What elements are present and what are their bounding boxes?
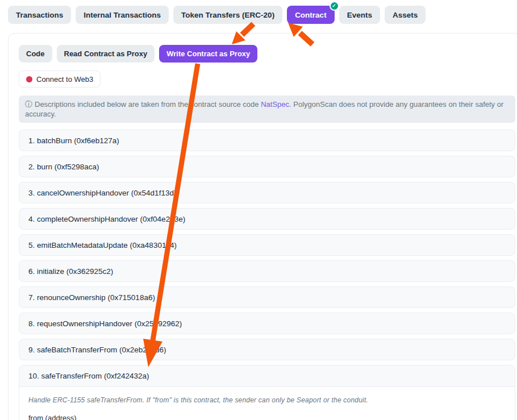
function-row-safeTransferFrom[interactable]: 10. safeTransferFrom (0xf242432a)	[19, 365, 515, 387]
tab-internal-transactions[interactable]: Internal Transactions	[76, 6, 169, 24]
function-row-renounceOwnership[interactable]: 7. renounceOwnership (0x715018a6)	[19, 286, 515, 308]
function-card-safeTransferFrom-expanded: 10. safeTransferFrom (0xf242432a) Handle…	[19, 365, 515, 420]
function-row-safeBatchTransferFrom[interactable]: 9. safeBatchTransferFrom (0x2eb2c2d6)	[19, 339, 515, 360]
safeTransferFrom-form: Handle ERC-1155 safeTransferFrom. If "fr…	[19, 387, 515, 420]
verified-check-icon: ✓	[330, 1, 339, 11]
info-icon: ⓘ	[25, 100, 32, 109]
connect-to-web3-label: Connect to Web3	[36, 75, 93, 84]
subtab-read-contract-as-proxy[interactable]: Read Contract as Proxy	[57, 45, 155, 63]
tab-token-transfers-erc20[interactable]: Token Transfers (ERC-20)	[173, 6, 282, 24]
function-description: Handle ERC-1155 safeTransferFrom. If "fr…	[28, 396, 506, 404]
tab-assets[interactable]: Assets	[385, 6, 426, 24]
function-row-emitBatchMetadataUpdate[interactable]: 5. emitBatchMetadataUpdate (0xa4830114)	[19, 234, 515, 256]
function-row-cancelOwnershipHandover[interactable]: 3. cancelOwnershipHandover (0x54d1f13d)	[19, 182, 515, 203]
function-row-batchBurn[interactable]: 1. batchBurn (0xf6eb127a)	[19, 130, 515, 151]
function-row-initialize[interactable]: 6. initialize (0x362925c2)	[19, 260, 515, 282]
function-row-completeOwnershipHandover[interactable]: 4. completeOwnershipHandover (0xf04e283e…	[19, 208, 515, 230]
tab-contract-label: Contract	[295, 11, 327, 19]
function-row-burn[interactable]: 2. burn (0xf5298aca)	[19, 156, 515, 177]
connection-status-dot-icon	[26, 76, 32, 82]
function-list: 1. batchBurn (0xf6eb127a) 2. burn (0xf52…	[19, 130, 515, 420]
contract-subtab-bar: Code Read Contract as Proxy Write Contra…	[19, 45, 515, 63]
connect-to-web3-button[interactable]: Connect to Web3	[19, 70, 101, 88]
tab-contract[interactable]: Contract ✓	[287, 6, 335, 24]
natspec-notice: ⓘDescriptions included below are taken f…	[19, 95, 515, 123]
tab-transactions[interactable]: Transactions	[8, 6, 71, 24]
from-address-label: from (address)	[28, 414, 506, 420]
tab-bar: Transactions Internal Transactions Token…	[8, 6, 426, 24]
subtab-code[interactable]: Code	[19, 45, 52, 63]
subtab-write-contract-as-proxy[interactable]: Write Contract as Proxy	[159, 45, 257, 63]
function-row-requestOwnershipHandover[interactable]: 8. requestOwnershipHandover (0x25692962)	[19, 313, 515, 334]
tab-events[interactable]: Events	[339, 6, 380, 24]
contract-page: Transactions Internal Transactions Token…	[0, 0, 517, 420]
notice-text-before: Descriptions included below are taken fr…	[35, 100, 261, 109]
natspec-link[interactable]: NatSpec	[261, 100, 289, 109]
contract-panel: Code Read Contract as Proxy Write Contra…	[8, 33, 517, 420]
